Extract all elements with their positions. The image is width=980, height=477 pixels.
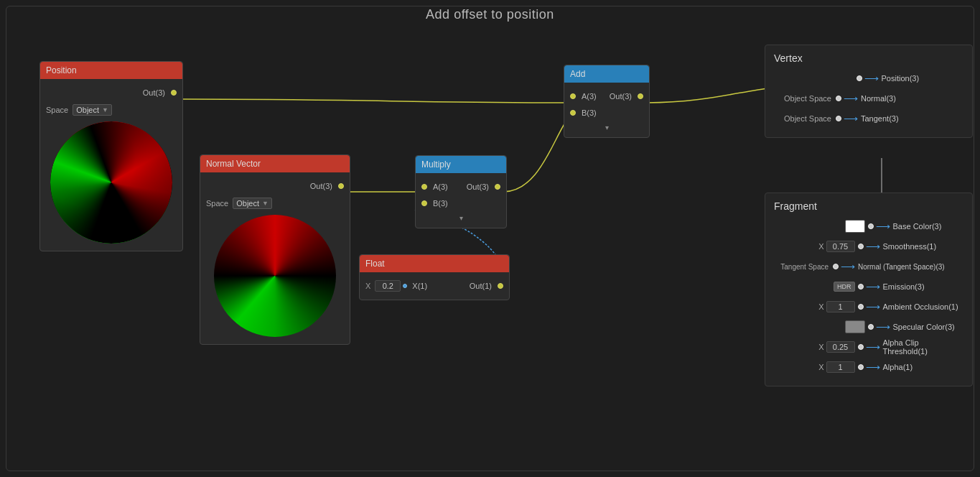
alpha-arrow: ⟶ — [866, 361, 880, 373]
add-a-port[interactable] — [570, 93, 576, 99]
float-x-input[interactable] — [375, 280, 401, 292]
normal-space-arrow: ▼ — [262, 200, 269, 207]
vertex-normal-space: Object Space — [774, 94, 831, 103]
ao-dot[interactable] — [858, 304, 864, 310]
normal-out-row: Out(3) — [206, 179, 344, 193]
normal-vector-header: Normal Vector — [200, 155, 350, 172]
position-out-port[interactable] — [171, 90, 177, 96]
vertex-normal-arrow: ⟶ — [844, 93, 858, 103]
float-node: Float X X(1) Out(1) — [359, 254, 510, 300]
multiply-b-label: B(3) — [433, 199, 448, 208]
multiply-expand[interactable]: ▾ — [421, 213, 500, 223]
vertex-tangent-label: Tangent(3) — [861, 114, 963, 123]
add-b-port[interactable] — [570, 110, 576, 116]
position-out-row: Out(3) — [46, 85, 177, 100]
add-expand[interactable]: ▾ — [570, 122, 643, 133]
alpha-clip-label: Alpha Clip Threshold(1) — [883, 338, 964, 356]
hdr-badge: HDR — [834, 282, 855, 292]
multiply-node: Multiply A(3) Out(3) B(3) ▾ — [415, 155, 507, 228]
vertex-tangent-arrow: ⟶ — [844, 114, 858, 124]
vertex-panel: Vertex ⟶ Position(3) Object Space ⟶ Norm… — [765, 45, 973, 138]
vertex-normal-row: Object Space ⟶ Normal(3) — [774, 90, 963, 107]
multiply-node-header: Multiply — [416, 156, 506, 173]
alpha-clip-arrow: ⟶ — [866, 341, 880, 353]
multiply-out-label: Out(3) — [467, 182, 489, 191]
basecolor-connector: ⟶ — [868, 221, 890, 232]
ao-value[interactable]: 1 — [826, 301, 855, 312]
fragment-basecolor-row: ⟶ Base Color(3) — [774, 218, 963, 235]
vertex-position-connector: ⟶ — [857, 73, 879, 83]
add-out-port[interactable] — [638, 93, 643, 99]
alpha-connector: ⟶ — [858, 361, 880, 373]
smoothness-x-label: X — [818, 242, 823, 251]
tangent-space-label: Tangent Space — [774, 263, 829, 271]
position-node-header: Position — [40, 62, 182, 79]
multiply-a-port[interactable] — [421, 184, 427, 190]
fragment-title: Fragment — [774, 200, 963, 212]
fragment-panel: Fragment ⟶ Base Color(3) X 0.75 ⟶ Smooth… — [765, 193, 973, 386]
alpha-dot[interactable] — [858, 364, 864, 370]
add-node: Add A(3) Out(3) B(3) ▾ — [564, 65, 650, 138]
position-preview — [50, 121, 172, 244]
vertex-tangent-row: Object Space ⟶ Tangent(3) — [774, 110, 963, 127]
add-a-label: A(3) — [582, 92, 597, 101]
alpha-x-label: X — [818, 363, 823, 371]
normal-tangent-label: Normal (Tangent Space)(3) — [858, 263, 963, 271]
ao-x-label: X — [818, 302, 823, 311]
fragment-normal-tangent-row: Tangent Space ⟶ Normal (Tangent Space)(3… — [774, 258, 963, 275]
vertex-position-label: Position(3) — [882, 74, 964, 83]
ao-connector: ⟶ — [858, 301, 880, 312]
normal-space-row: Space Object ▼ — [206, 196, 344, 210]
basecolor-dot[interactable] — [868, 223, 874, 229]
normal-vector-preview — [214, 215, 336, 337]
emission-dot[interactable] — [858, 284, 864, 290]
basecolor-arrow: ⟶ — [876, 221, 890, 232]
smoothness-dot[interactable] — [858, 244, 864, 249]
add-node-header: Add — [564, 65, 649, 83]
vertex-tangent-in-dot[interactable] — [836, 116, 841, 121]
normal-out-port[interactable] — [338, 183, 344, 189]
normal-tangent-dot[interactable] — [833, 264, 839, 269]
smoothness-value[interactable]: 0.75 — [826, 241, 855, 252]
multiply-b-row: B(3) — [421, 196, 500, 210]
smoothness-arrow: ⟶ — [866, 241, 880, 252]
specular-label: Specular Color(3) — [893, 323, 964, 331]
multiply-out-port[interactable] — [495, 184, 500, 190]
normal-space-select[interactable]: Object ▼ — [233, 198, 272, 209]
alpha-clip-connector: ⟶ — [858, 341, 880, 353]
float-node-header: Float — [360, 255, 509, 272]
emission-connector: ⟶ — [858, 281, 880, 292]
alpha-clip-dot[interactable] — [858, 344, 864, 350]
vertex-position-in-dot[interactable] — [857, 75, 862, 81]
fragment-ao-row: X 1 ⟶ Ambient Occlusion(1) — [774, 298, 963, 315]
alpha-value[interactable]: 1 — [826, 361, 855, 373]
float-in-port[interactable] — [403, 284, 407, 288]
multiply-a-label: A(3) — [433, 182, 448, 191]
normal-out-label: Out(3) — [310, 182, 332, 190]
float-out-port[interactable] — [498, 283, 503, 289]
position-space-row: Space Object ▼ — [46, 103, 177, 117]
specular-swatch[interactable] — [845, 320, 865, 333]
position-space-label: Space — [46, 106, 68, 114]
position-space-arrow: ▼ — [102, 106, 108, 114]
position-space-select[interactable]: Object ▼ — [73, 104, 112, 116]
fragment-smoothness-row: X 0.75 ⟶ Smoothness(1) — [774, 238, 963, 255]
specular-connector: ⟶ — [868, 321, 890, 333]
emission-label: Emission(3) — [883, 282, 964, 291]
ao-arrow: ⟶ — [866, 301, 880, 312]
specular-dot[interactable] — [868, 324, 874, 330]
fragment-emission-row: HDR ⟶ Emission(3) — [774, 278, 963, 295]
normal-tangent-arrow: ⟶ — [841, 261, 855, 272]
normal-tangent-connector: ⟶ — [833, 261, 855, 272]
multiply-ab-row: A(3) Out(3) — [421, 180, 500, 194]
alpha-clip-x-label: X — [818, 343, 823, 351]
normal-space-label: Space — [206, 199, 228, 208]
basecolor-swatch[interactable] — [845, 220, 865, 233]
ao-label: Ambient Occlusion(1) — [883, 302, 964, 311]
add-b-row: B(3) — [570, 106, 643, 120]
multiply-b-port[interactable] — [421, 200, 427, 206]
smoothness-connector: ⟶ — [858, 241, 880, 252]
vertex-title: Vertex — [774, 52, 963, 64]
vertex-normal-in-dot[interactable] — [836, 96, 841, 101]
alpha-clip-value[interactable]: 0.25 — [826, 341, 855, 353]
